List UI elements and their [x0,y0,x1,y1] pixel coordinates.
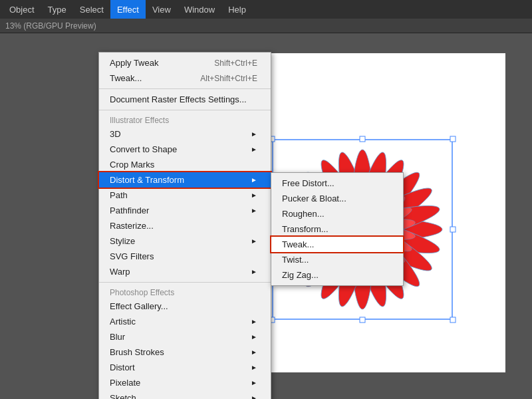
menu-sketch[interactable]: Sketch ► [99,390,271,399]
effect-menu: Apply Tweak Shift+Ctrl+E Tweak... Alt+Sh… [98,52,271,399]
menu-path[interactable]: Path ► [99,188,271,203]
menu-rasterize[interactable]: Rasterize... [99,218,271,233]
photoshop-effects-label: Photoshop Effects [99,285,271,299]
arrow-icon: ► [251,237,257,245]
svg-rect-2 [450,136,456,142]
menu-distort-transform[interactable]: Distort & Transform ► Free Distort... Pu… [99,172,271,188]
menu-crop-marks[interactable]: Crop Marks [99,157,271,172]
distort-transform-submenu: Free Distort... Pucker & Bloat... Roughe… [271,172,404,286]
separator-1 [99,88,271,89]
menu-pixelate[interactable]: Pixelate ► [99,375,271,390]
menu-3d[interactable]: 3D ► [99,126,271,142]
arrow-icon: ► [251,379,257,386]
submenu-free-distort[interactable]: Free Distort... [271,176,403,191]
arrow-icon: ► [251,348,257,356]
menu-select[interactable]: Select [73,0,110,19]
menu-type[interactable]: Type [41,0,73,19]
svg-rect-6 [360,317,365,323]
submenu-zig-zag[interactable]: Zig Zag... [271,267,403,283]
arrow-icon: ► [251,364,257,371]
menu-apply-tweak[interactable]: Apply Tweak Shift+Ctrl+E [99,55,271,70]
menu-view[interactable]: View [146,0,178,19]
menu-object[interactable]: Object [3,0,41,19]
submenu-tweak[interactable]: Tweak... [271,237,403,252]
svg-rect-4 [450,317,456,323]
arrow-icon: ► [251,207,257,214]
menu-tweak[interactable]: Tweak... Alt+Shift+Ctrl+E [99,70,271,86]
menubar: Object Type Select Effect View Window He… [0,0,532,19]
toolbar: 13% (RGB/GPU Preview) [0,19,532,33]
menu-convert-to-shape[interactable]: Convert to Shape ► [99,142,271,157]
menu-help[interactable]: Help [221,0,253,19]
menu-effect-gallery[interactable]: Effect Gallery... [99,299,271,314]
svg-rect-5 [360,136,365,142]
arrow-icon: ► [251,130,257,138]
submenu-roughen[interactable]: Roughen... [271,206,403,221]
separator-2 [99,110,271,110]
submenu-twist[interactable]: Twist... [271,252,403,267]
arrow-icon: ► [251,146,257,153]
arrow-icon: ► [251,176,257,184]
menu-warp[interactable]: Warp ► [99,264,271,279]
svg-rect-8 [450,227,456,232]
menu-distort[interactable]: Distort ► [99,360,271,375]
menu-document-raster[interactable]: Document Raster Effects Settings... [99,92,271,107]
zoom-label: 13% (RGB/GPU Preview) [5,21,96,31]
arrow-icon: ► [251,333,257,340]
menu-effect[interactable]: Effect [110,0,146,19]
menu-blur[interactable]: Blur ► [99,329,271,344]
illustrator-effects-label: Illustrator Effects [99,113,271,126]
menu-svg-filters[interactable]: SVG Filters [99,249,271,264]
menu-artistic[interactable]: Artistic ► [99,314,271,329]
menu-brush-strokes[interactable]: Brush Strokes ► [99,344,271,360]
menu-stylize[interactable]: Stylize ► [99,233,271,249]
separator-3 [99,282,271,283]
canvas-area: Apply Tweak Shift+Ctrl+E Tweak... Alt+Sh… [0,33,532,399]
menu-window[interactable]: Window [178,0,221,19]
arrow-icon: ► [251,192,257,199]
submenu-transform[interactable]: Transform... [271,221,403,237]
arrow-icon: ► [251,318,257,325]
arrow-icon: ► [251,394,257,399]
arrow-icon: ► [251,268,257,275]
submenu-pucker-bloat[interactable]: Pucker & Bloat... [271,191,403,206]
menu-pathfinder[interactable]: Pathfinder ► [99,203,271,218]
